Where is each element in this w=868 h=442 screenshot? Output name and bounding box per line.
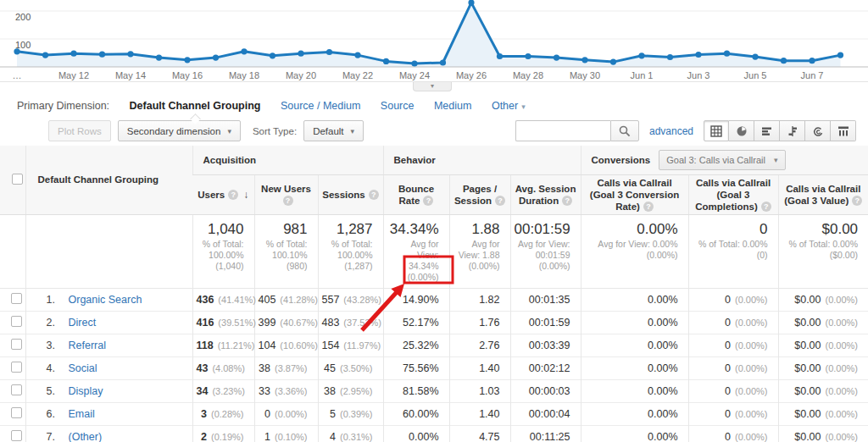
chevron-down-icon: ▾ — [351, 127, 355, 135]
chevron-down-icon: ▾ — [521, 102, 526, 111]
completions-column-header[interactable]: Calls via Callrail (Goal 3 Completions)? — [688, 174, 778, 214]
completions-cell: 0(0.00%) — [688, 311, 778, 334]
conversion-rate-cell: 0.00% — [581, 356, 688, 379]
users-cell: 43(4.08%) — [192, 356, 254, 379]
pages-session-column-header[interactable]: Pages / Session? — [449, 174, 510, 214]
row-number: 1. — [47, 294, 62, 306]
goal-value-column-header[interactable]: Calls via Callrail (Goal 3 Value)? — [778, 174, 868, 214]
help-icon[interactable]: ? — [283, 196, 293, 206]
comparison-view-button[interactable] — [780, 120, 805, 141]
table-view-button[interactable] — [704, 120, 729, 141]
row-checkbox[interactable] — [11, 339, 22, 350]
conversion-rate-cell: 0.00% — [581, 402, 688, 425]
row-checkbox[interactable] — [11, 384, 22, 395]
select-all-checkbox[interactable] — [12, 174, 23, 185]
completions-cell: 0(0.00%) — [688, 402, 778, 425]
plot-rows-button: Plot Rows — [48, 120, 111, 141]
new-users-column-header[interactable]: New Users? — [254, 174, 318, 214]
help-icon[interactable]: ? — [852, 196, 862, 206]
secondary-dimension-dropdown[interactable]: Secondary dimension ▾ — [118, 120, 241, 141]
help-icon[interactable]: ? — [369, 190, 379, 200]
primary-dimension-other[interactable]: Other▾ — [492, 100, 526, 112]
channel-link[interactable]: (Other) — [69, 431, 103, 442]
help-icon[interactable]: ? — [761, 202, 771, 212]
row-checkbox[interactable] — [11, 430, 22, 441]
sort-descending-icon[interactable]: ↓ — [243, 189, 248, 201]
conversion-rate-column-header[interactable]: Calls via Callrail (Goal 3 Conversion Ra… — [581, 174, 688, 214]
channel-cell: 3.Referral — [25, 334, 192, 356]
channel-link[interactable]: Social — [69, 362, 97, 374]
help-icon[interactable]: ? — [562, 196, 572, 206]
table-view-icon — [710, 125, 722, 137]
totals-sessions: 1,287% of Total: 100.00% (1,287) — [318, 214, 383, 288]
row-checkbox-cell — [0, 311, 25, 334]
other-label: Other — [492, 100, 518, 112]
row-checkbox[interactable] — [11, 407, 22, 418]
goal-value-cell: $0.00(0.00%) — [778, 356, 868, 379]
percentage-view-button[interactable] — [729, 120, 754, 141]
performance-view-button[interactable] — [754, 120, 780, 141]
row-checkbox[interactable] — [11, 316, 22, 327]
totals-goal-value: $0.00% of Total: 0.00% ($0.00) — [778, 214, 868, 288]
channel-link[interactable]: Organic Search — [69, 294, 142, 306]
new-users-cell: 405(41.28%) — [254, 288, 318, 311]
completions-cell: 0(0.00%) — [688, 379, 778, 402]
channel-link[interactable]: Email — [69, 408, 95, 420]
users-cell: 436(41.41%) — [192, 288, 254, 311]
channel-column-header[interactable]: Default Channel Grouping — [25, 146, 192, 214]
pages-session-cell: 1.40 — [449, 402, 510, 425]
channel-cell: 1.Organic Search — [25, 288, 192, 311]
term-cloud-view-button[interactable] — [805, 120, 831, 141]
row-number: 5. — [47, 385, 62, 397]
conversions-group-header: Conversions Goal 3: Calls via Callrail ▾ — [581, 146, 868, 174]
primary-dimension-source-medium[interactable]: Source / Medium — [281, 100, 360, 112]
search-button[interactable] — [610, 120, 639, 141]
channel-link[interactable]: Referral — [69, 340, 106, 351]
row-checkbox[interactable] — [11, 362, 22, 373]
channel-link[interactable]: Display — [69, 385, 103, 397]
bounce-rate-cell: 52.17% — [383, 311, 449, 334]
analytics-report-page: 100200…May 12May 14May 16May 18May 20May… — [0, 0, 868, 442]
channel-link[interactable]: Direct — [69, 317, 97, 329]
primary-dimension-source[interactable]: Source — [381, 100, 415, 112]
table-row: 5.Display 34(3.23%) 33(3.36%) 38(2.95%) … — [0, 379, 868, 402]
sort-type-dropdown[interactable]: Default ▾ — [303, 120, 364, 141]
row-checkbox[interactable] — [11, 293, 22, 304]
new-users-cell: 33(3.36%) — [254, 379, 318, 402]
help-icon[interactable]: ? — [423, 196, 433, 206]
chart-collapse-tab[interactable]: ▾ — [413, 82, 452, 91]
help-icon[interactable]: ? — [495, 196, 505, 206]
performance-view-icon — [761, 125, 773, 137]
pages-session-cell: 1.03 — [449, 379, 510, 402]
chart-canvas: 100200…May 12May 14May 16May 18May 20May… — [0, 0, 868, 82]
svg-text:May 24: May 24 — [399, 70, 430, 80]
session-duration-cell: 00:02:12 — [510, 356, 581, 379]
sessions-cell: 45(3.50%) — [318, 356, 383, 379]
svg-text:Jun 1: Jun 1 — [631, 70, 654, 80]
help-icon[interactable]: ? — [643, 202, 654, 212]
totals-empty-cell — [0, 214, 25, 288]
svg-text:May 30: May 30 — [570, 70, 600, 80]
channel-cell: 6.Email — [25, 402, 192, 425]
goal-selector-dropdown[interactable]: Goal 3: Calls via Callrail ▾ — [659, 150, 785, 170]
bounce-rate-cell: 81.58% — [383, 379, 449, 402]
avg-session-duration-column-header[interactable]: Avg. Session Duration? — [510, 174, 581, 214]
goal-selector-value: Goal 3: Calls via Callrail — [666, 155, 765, 165]
sessions-column-header[interactable]: Sessions? — [318, 174, 383, 214]
primary-dimension-selected[interactable]: Default Channel Grouping — [130, 100, 261, 112]
bounce-rate-column-header[interactable]: Bounce Rate? — [383, 174, 449, 214]
primary-dimension-medium[interactable]: Medium — [434, 100, 471, 112]
chevron-down-icon: ▾ — [774, 156, 778, 164]
conversion-rate-cell: 0.00% — [581, 334, 688, 356]
users-column-header[interactable]: Users?↓ — [192, 174, 254, 214]
help-icon[interactable]: ? — [228, 190, 238, 200]
select-all-checkbox-cell — [0, 146, 25, 214]
table-toolbar: Plot Rows Secondary dimension ▾ Sort Typ… — [48, 119, 856, 142]
pivot-view-button[interactable] — [831, 120, 856, 141]
bounce-rate-cell: 60.00% — [383, 402, 449, 425]
table-row: 7.(Other) 2(0.19%) 1(0.10%) 4(0.31%) 0.0… — [0, 425, 868, 442]
search-input[interactable] — [515, 120, 610, 141]
advanced-search-link[interactable]: advanced — [649, 125, 693, 137]
row-number: 7. — [47, 431, 62, 442]
table-search — [515, 120, 639, 141]
